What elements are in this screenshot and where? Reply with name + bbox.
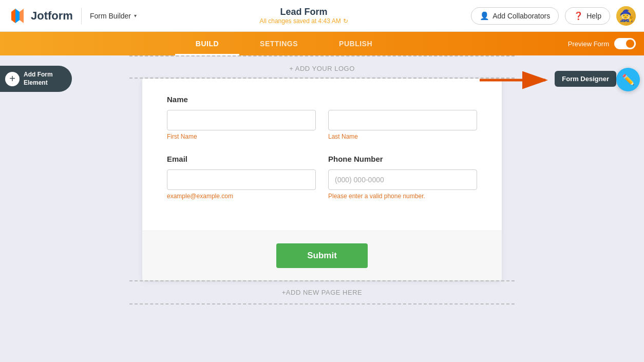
tab-settings[interactable]: SETTINGS: [239, 32, 318, 55]
add-form-element-button[interactable]: + Add FormElement: [0, 66, 72, 92]
form-saved-status: All changes saved at 4:43 AM ↻: [260, 17, 348, 25]
canvas: + ADD YOUR LOGO Name First Name Last Nam: [0, 55, 644, 362]
form-body: Name First Name Last Name: [142, 79, 502, 231]
email-hint: example@example.com: [167, 193, 316, 200]
phone-error: Please enter a valid phone number.: [328, 193, 477, 200]
help-label: Help: [586, 12, 601, 20]
form-builder-label: Form Builder: [90, 12, 131, 20]
last-name-input[interactable]: [328, 110, 477, 130]
header-center: Lead Form All changes saved at 4:43 AM ↻: [137, 7, 471, 25]
name-label: Name: [167, 95, 477, 104]
form-footer: Submit: [142, 231, 502, 280]
avatar-emoji: 🧙: [619, 9, 633, 23]
email-col: Email example@example.com: [167, 155, 316, 200]
saved-text: All changes saved at 4:43 AM: [260, 17, 341, 25]
header-actions: 👤 Add Collaborators ❓ Help 🧙: [471, 6, 636, 26]
last-name-hint: Last Name: [328, 133, 477, 140]
add-element-plus-icon: +: [5, 72, 20, 86]
add-logo-bar[interactable]: + ADD YOUR LOGO: [129, 55, 515, 79]
main-content: + Add FormElement + ADD YOUR LOGO Name F…: [0, 55, 644, 362]
help-icon: ❓: [574, 11, 583, 21]
form-title: Lead Form: [280, 7, 328, 17]
help-button[interactable]: ❓ Help: [565, 7, 610, 25]
email-label: Email: [167, 155, 316, 163]
submit-button[interactable]: Submit: [276, 243, 368, 268]
email-phone-row: Email example@example.com Phone Number P…: [167, 155, 477, 200]
name-field-row: First Name Last Name: [167, 110, 477, 140]
add-logo-label: + ADD YOUR LOGO: [289, 65, 355, 72]
tab-bar: BUILD SETTINGS PUBLISH Preview Form: [0, 32, 644, 55]
add-collaborators-button[interactable]: 👤 Add Collaborators: [471, 7, 559, 25]
phone-col: Phone Number Please enter a valid phone …: [328, 155, 477, 200]
phone-label: Phone Number: [328, 155, 477, 163]
last-name-col: Last Name: [328, 110, 477, 140]
form-builder-button[interactable]: Form Builder ▾: [90, 12, 137, 20]
form-designer-tooltip: Form Designer: [555, 71, 616, 87]
tab-build-label: BUILD: [196, 40, 219, 48]
logo-link[interactable]: Jotform: [8, 7, 73, 25]
tab-bar-tabs: BUILD SETTINGS PUBLISH: [0, 32, 568, 55]
form-designer-label: Form Designer: [562, 75, 609, 83]
add-page-label: +ADD NEW PAGE HERE: [282, 289, 362, 296]
preview-form-label: Preview Form: [568, 40, 609, 48]
avatar[interactable]: 🧙: [616, 6, 636, 26]
first-name-hint: First Name: [167, 133, 316, 140]
preview-toggle[interactable]: [614, 38, 636, 49]
add-element-label: Add FormElement: [24, 71, 53, 87]
user-icon: 👤: [480, 11, 489, 21]
first-name-col: First Name: [167, 110, 316, 140]
avatar-image: 🧙: [616, 6, 636, 26]
logo-text: Jotform: [31, 9, 73, 23]
phone-input[interactable]: [328, 169, 477, 190]
first-name-input[interactable]: [167, 110, 316, 130]
tab-publish[interactable]: PUBLISH: [318, 32, 393, 55]
form-designer-pencil-icon: ✏️: [622, 73, 635, 86]
add-page-bar[interactable]: +ADD NEW PAGE HERE: [129, 280, 515, 304]
arrow-pointer: [480, 69, 552, 91]
tab-build[interactable]: BUILD: [175, 32, 239, 55]
sync-icon: ↻: [343, 17, 348, 25]
form-designer-button[interactable]: ✏️: [616, 68, 640, 91]
tab-settings-label: SETTINGS: [260, 40, 298, 48]
name-field-group: Name First Name Last Name: [167, 95, 477, 140]
header: Jotform Form Builder ▾ Lead Form All cha…: [0, 0, 644, 32]
header-divider: [81, 8, 82, 24]
add-collaborators-label: Add Collaborators: [493, 12, 550, 20]
email-phone-group: Email example@example.com Phone Number P…: [167, 155, 477, 200]
tab-publish-label: PUBLISH: [339, 40, 372, 48]
email-input[interactable]: [167, 169, 316, 190]
jotform-logo-icon: [8, 7, 27, 25]
form-card: Name First Name Last Name: [142, 79, 502, 280]
tab-bar-right: Preview Form: [568, 32, 644, 55]
